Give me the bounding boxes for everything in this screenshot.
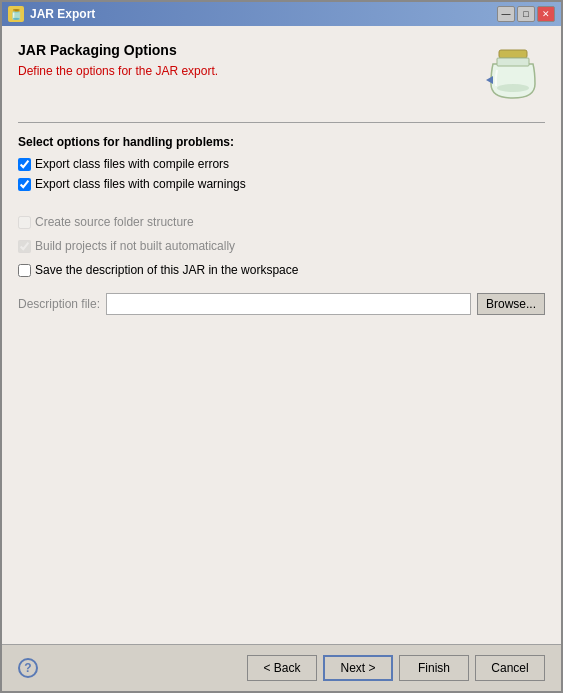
save-description-row: Save the description of this JAR in the … <box>18 263 545 277</box>
cancel-button[interactable]: Cancel <box>475 655 545 681</box>
export-compile-warnings-checkbox[interactable] <box>18 178 31 191</box>
header-text: JAR Packaging Options Define the options… <box>18 42 471 78</box>
back-button[interactable]: < Back <box>247 655 317 681</box>
export-compile-errors-checkbox[interactable] <box>18 158 31 171</box>
build-projects-label: Build projects if not built automaticall… <box>35 239 235 253</box>
description-file-row: Description file: Browse... <box>18 293 545 315</box>
title-bar: 🫙 JAR Export — □ ✕ <box>2 2 561 26</box>
export-compile-warnings-row: Export class files with compile warnings <box>18 177 545 191</box>
export-compile-errors-row: Export class files with compile errors <box>18 157 545 171</box>
help-icon[interactable]: ? <box>18 658 38 678</box>
browse-button[interactable]: Browse... <box>477 293 545 315</box>
close-button[interactable]: ✕ <box>537 6 555 22</box>
content-area: JAR Packaging Options Define the options… <box>2 26 561 644</box>
maximize-button[interactable]: □ <box>517 6 535 22</box>
page-title: JAR Packaging Options <box>18 42 471 58</box>
save-description-label[interactable]: Save the description of this JAR in the … <box>35 263 298 277</box>
svg-rect-0 <box>499 50 527 58</box>
svg-marker-3 <box>486 76 493 84</box>
window-icon: 🫙 <box>8 6 24 22</box>
next-button[interactable]: Next > <box>323 655 393 681</box>
create-source-folder-checkbox[interactable] <box>18 216 31 229</box>
options-section-label: Select options for handling problems: <box>18 135 545 149</box>
section-divider <box>18 122 545 123</box>
export-compile-errors-label[interactable]: Export class files with compile errors <box>35 157 229 171</box>
finish-button[interactable]: Finish <box>399 655 469 681</box>
create-source-folder-label: Create source folder structure <box>35 215 194 229</box>
svg-point-2 <box>497 84 529 92</box>
export-compile-warnings-label[interactable]: Export class files with compile warnings <box>35 177 246 191</box>
title-bar-buttons: — □ ✕ <box>497 6 555 22</box>
header-section: JAR Packaging Options Define the options… <box>18 42 545 106</box>
window: 🫙 JAR Export — □ ✕ JAR Packaging Options… <box>0 0 563 693</box>
build-projects-checkbox[interactable] <box>18 240 31 253</box>
jar-icon <box>481 42 545 106</box>
description-file-label: Description file: <box>18 297 100 311</box>
build-projects-row: Build projects if not built automaticall… <box>18 239 545 253</box>
description-file-input[interactable] <box>106 293 471 315</box>
extra-options-section: Create source folder structure Build pro… <box>18 205 545 283</box>
minimize-button[interactable]: — <box>497 6 515 22</box>
window-title: JAR Export <box>30 7 491 21</box>
page-subtitle: Define the options for the JAR export. <box>18 64 471 78</box>
create-source-folder-row: Create source folder structure <box>18 215 545 229</box>
svg-rect-1 <box>497 58 529 66</box>
bottom-section: ? < Back Next > Finish Cancel <box>2 644 561 691</box>
save-description-checkbox[interactable] <box>18 264 31 277</box>
nav-buttons: < Back Next > Finish Cancel <box>247 655 545 681</box>
